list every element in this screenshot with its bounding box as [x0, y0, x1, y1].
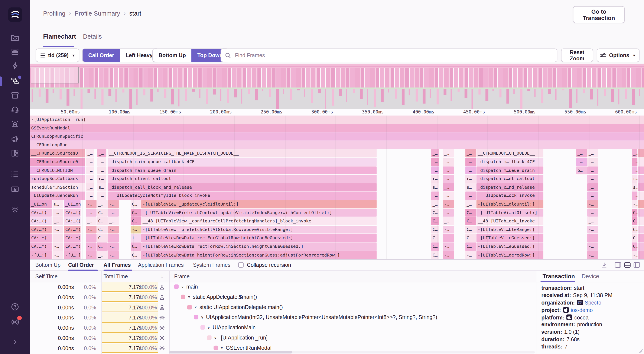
flame-frame[interactable]: -…: [86, 251, 96, 259]
flame-frame[interactable]: [638, 158, 644, 166]
flame-frame[interactable]: -…: [53, 234, 63, 242]
flame-frame[interactable]: _…: [108, 217, 119, 225]
flame-frame[interactable]: -[UITableVi…dleUntil:]: [476, 200, 544, 208]
flame-frame[interactable]: _…: [86, 192, 94, 200]
flame-frame[interactable]: [638, 251, 644, 259]
sentry-logo[interactable]: [8, 8, 22, 22]
flame-frame[interactable]: _…: [466, 166, 476, 174]
flame-frame[interactable]: C…: [431, 226, 439, 234]
flame-frame[interactable]: s…: [632, 183, 638, 191]
flame-frame[interactable]: -…: [632, 251, 638, 259]
flame-frame[interactable]: r…: [466, 175, 476, 183]
flamechart-minimap[interactable]: [30, 64, 644, 109]
flame-frame[interactable]: _…: [632, 158, 638, 166]
flame-frame[interactable]: -…: [443, 234, 454, 242]
flame-frame[interactable]: C…: [632, 226, 638, 234]
flamechart[interactable]: -[UIApplication _run]GSEventRunModalCFRu…: [30, 116, 644, 259]
flame-frame[interactable]: C…: [131, 200, 141, 208]
sidebar-item-user-feedback[interactable]: [0, 103, 30, 116]
field-value-link[interactable]: ios-demo: [571, 307, 593, 313]
flame-frame[interactable]: C…: [632, 242, 638, 251]
flame-frame[interactable]: [638, 166, 644, 174]
flame-frame[interactable]: -…: [108, 200, 119, 208]
column-self-time[interactable]: Self Time: [36, 273, 58, 280]
frame-name[interactable]: static UIApplicationDelegate.main(): [200, 304, 283, 310]
flame-frame[interactable]: CA:…*): [30, 226, 52, 234]
flame-frame[interactable]: _…: [576, 149, 587, 157]
flame-frame[interactable]: -…: [466, 251, 476, 259]
tab-device[interactable]: Device: [582, 273, 599, 280]
flame-frame[interactable]: _…: [431, 200, 439, 208]
flame-frame[interactable]: -…: [86, 209, 96, 217]
flame-frame[interactable]: _…: [53, 217, 63, 225]
tab-transaction[interactable]: Transaction: [542, 273, 575, 280]
layout-right-button[interactable]: [614, 262, 622, 270]
flame-frame[interactable]: CA:…*): [30, 242, 52, 251]
flame-frame[interactable]: CA:…*): [64, 242, 80, 251]
flame-frame[interactable]: _…: [632, 192, 638, 200]
flame-frame[interactable]: C…: [131, 209, 141, 217]
frame-name[interactable]: -[UIApplication _run]: [219, 334, 268, 341]
table-row[interactable]: 0.00ns0.0%7.17s100.0%∨UIApplicationMain(…: [30, 313, 536, 323]
flame-frame[interactable]: -[_UITableViewPrefetchContext updateVisi…: [141, 209, 376, 217]
flame-frame[interactable]: -…: [108, 251, 119, 259]
flame-frame[interactable]: _…: [86, 175, 94, 183]
flame-frame[interactable]: -[UIApplication _run]: [30, 116, 644, 124]
flame-frame[interactable]: -…: [108, 242, 119, 251]
flame-frame[interactable]: C…: [632, 209, 638, 217]
flame-frame[interactable]: _…: [86, 158, 94, 166]
flame-frame[interactable]: -…: [53, 226, 63, 234]
tab-call-order[interactable]: Call Order: [68, 262, 94, 268]
flame-frame[interactable]: CA:…*): [64, 234, 80, 242]
flame-frame[interactable]: CA:…*): [30, 234, 52, 242]
flame-frame[interactable]: _…: [98, 166, 106, 174]
flame-frame[interactable]: C…: [131, 217, 141, 225]
flame-frame[interactable]: _…: [431, 192, 439, 200]
flame-frame[interactable]: _…: [97, 251, 108, 259]
flame-frame[interactable]: C…: [466, 217, 476, 225]
flame-frame[interactable]: C…: [97, 226, 108, 234]
bottom-up-option[interactable]: Bottom Up: [153, 49, 192, 62]
flame-frame[interactable]: C…: [431, 217, 439, 225]
expand-chevron-icon[interactable]: ∨: [188, 295, 190, 299]
expand-chevron-icon[interactable]: ∨: [220, 346, 223, 350]
flame-frame[interactable]: -…: [86, 234, 96, 242]
flame-frame[interactable]: CA:…(): [64, 217, 80, 225]
sidebar-item-discover[interactable]: [0, 132, 30, 145]
flame-frame[interactable]: _…: [466, 158, 476, 166]
flame-frame[interactable]: GSEventRunModal: [30, 124, 644, 132]
layout-bottom-button[interactable]: [624, 262, 631, 270]
breadcrumb-profile-summary[interactable]: Profile Summary: [74, 10, 120, 17]
flame-frame[interactable]: C…: [131, 242, 141, 251]
sidebar-item-stats[interactable]: [0, 183, 30, 195]
flame-frame[interactable]: -[U…:]: [64, 251, 80, 259]
sidebar-item-performance[interactable]: [0, 60, 30, 72]
flame-frame[interactable]: ___UIUpdate…ock_invoke: [476, 192, 544, 200]
flame-frame[interactable]: C…: [431, 234, 439, 242]
sidebar-item-issues[interactable]: [0, 45, 30, 58]
flame-frame[interactable]: [638, 192, 644, 200]
flame-frame[interactable]: _…: [443, 183, 454, 191]
flame-frame[interactable]: _dispatch_c…nt_callout: [476, 175, 544, 183]
frame-name[interactable]: UIApplicationMain(Int32, UnsafeMutablePo…: [206, 314, 437, 320]
flame-frame[interactable]: _…: [443, 217, 454, 225]
flame-frame[interactable]: _dispatch_m…llback_4CF: [476, 158, 544, 166]
flame-frame[interactable]: _…: [443, 192, 454, 200]
scrollbar-thumb[interactable]: [169, 351, 292, 353]
flame-frame[interactable]: [638, 200, 644, 208]
flame-frame[interactable]: _…: [86, 166, 94, 174]
flame-frame[interactable]: _UI…on: [64, 200, 80, 208]
flame-frame[interactable]: _dispatch_client_callout: [108, 175, 376, 183]
tab-all-frames[interactable]: All Frames: [104, 262, 131, 268]
sidebar-item-activity[interactable]: [0, 168, 30, 180]
frame-name[interactable]: GSEventRunModal: [226, 345, 271, 351]
flame-frame[interactable]: C…: [97, 209, 108, 217]
flame-frame[interactable]: -…: [108, 226, 119, 234]
flame-frame[interactable]: C…: [632, 217, 638, 225]
reset-zoom-button[interactable]: Reset Zoom: [561, 48, 593, 62]
flame-frame[interactable]: _…: [466, 149, 476, 157]
table-row[interactable]: 0.00ns0.0%7.17s100.0%∨main: [30, 282, 536, 293]
flame-frame[interactable]: _…: [466, 200, 476, 208]
flame-frame[interactable]: _UI…on: [30, 200, 52, 208]
flame-frame[interactable]: C…: [466, 242, 476, 251]
